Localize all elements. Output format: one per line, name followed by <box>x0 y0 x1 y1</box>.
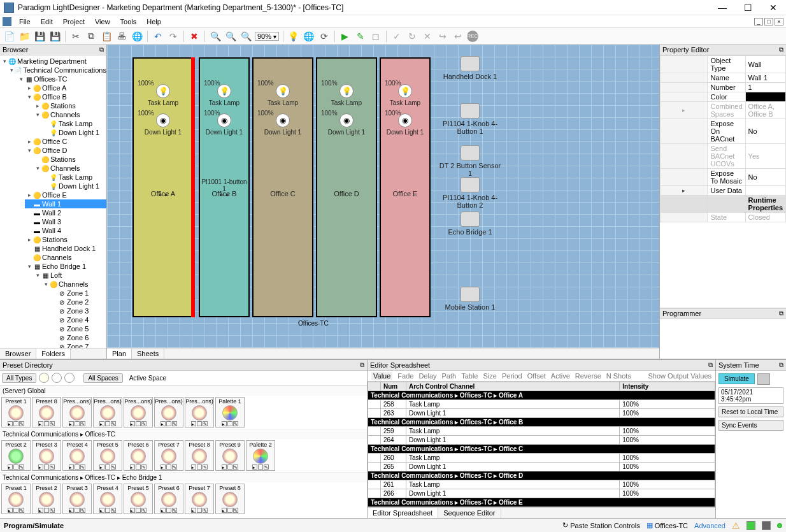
all-spaces-button[interactable]: All Spaces <box>83 373 122 383</box>
preset-filter-icon-1[interactable] <box>39 373 49 383</box>
preset-play-icon[interactable]: ▸ <box>161 464 166 470</box>
preset-play-icon[interactable]: ▸ <box>222 508 227 513</box>
new-icon[interactable]: 📄 <box>3 30 15 43</box>
preset-play-icon[interactable]: ▸ <box>191 508 196 513</box>
tree-node[interactable]: ▸🟡Stations <box>33 101 106 110</box>
tree-node[interactable]: ▾🟡Channels <box>33 164 106 173</box>
zoom-out-icon[interactable]: 🔍 <box>209 30 222 43</box>
ss-tab[interactable]: Offset <box>527 372 546 380</box>
preset-play-icon[interactable]: ▸ <box>99 421 104 426</box>
maximize-button[interactable]: ☐ <box>739 3 757 13</box>
copy-icon[interactable]: ⧉ <box>85 30 97 43</box>
canvas-device[interactable]: Echo Bridge 1 <box>438 212 502 236</box>
mdi-close-button[interactable]: × <box>775 18 783 25</box>
redo-icon[interactable]: ↷ <box>167 30 180 43</box>
property-row[interactable]: Expose On BACnetNo <box>661 119 786 144</box>
tab-folders[interactable]: Folders <box>36 349 71 359</box>
tab-sheets[interactable]: Sheets <box>132 349 164 359</box>
tree-node[interactable]: ▸🟡Office C <box>25 137 106 146</box>
preset-tile[interactable]: Palette 2▸✎ <box>246 440 275 471</box>
tree-node[interactable]: ▬Wall 3 <box>25 217 106 226</box>
tree-node[interactable]: ⊘Zone 5 <box>50 324 106 333</box>
preset-tile[interactable]: Preset 6▸✎ <box>154 484 183 514</box>
tab-sequence-editor[interactable]: Sequence Editor <box>438 508 501 518</box>
canvas-device[interactable]: PI1104 1-Knob 4-Button 2 <box>438 177 502 209</box>
ss-data-row[interactable]: 265Down Light 1100% <box>368 463 715 471</box>
preset-edit-icon[interactable]: ✎ <box>203 508 208 513</box>
tree-node[interactable]: ▬Wall 1 <box>25 199 106 208</box>
tree-node[interactable]: ▾▦Offices-TC <box>17 75 106 83</box>
preset-check-icon[interactable] <box>75 508 80 513</box>
preset-edit-icon[interactable]: ✎ <box>19 508 24 513</box>
tree-node[interactable]: ▾📄Technical Communications <box>8 66 106 75</box>
edit-icon[interactable]: ✎ <box>354 30 367 43</box>
canvas-device[interactable]: Mobile Station 1 <box>438 287 502 311</box>
preset-tile[interactable]: Preset 4▸✎ <box>93 484 122 514</box>
preset-tile[interactable]: Preset 7▸✎ <box>154 440 183 471</box>
preset-play-icon[interactable]: ▸ <box>38 421 43 426</box>
preset-tile[interactable]: Pres...ons)▸✎ <box>62 397 92 428</box>
tree-node[interactable]: 🟡Channels <box>25 253 106 262</box>
preset-edit-icon[interactable]: ✎ <box>172 508 177 513</box>
cut-icon[interactable]: ✂ <box>69 30 82 43</box>
preset-play-icon[interactable]: ▸ <box>8 508 13 513</box>
preset-play-icon[interactable]: ▸ <box>191 464 196 470</box>
tab-editor-spreadsheet[interactable]: Editor Spreadsheet <box>368 508 438 518</box>
preset-check-icon[interactable] <box>166 464 171 470</box>
preset-play-icon[interactable]: ▸ <box>161 421 166 426</box>
zoom-fit-icon[interactable]: 🔍 <box>239 30 252 43</box>
preset-edit-icon[interactable]: ✎ <box>50 464 55 470</box>
preset-edit-icon[interactable]: ✎ <box>111 421 116 426</box>
preset-play-icon[interactable]: ▸ <box>222 464 227 470</box>
simulate-button[interactable]: Simulate <box>718 373 755 384</box>
preset-tile[interactable]: Preset 8▸✎ <box>185 440 214 471</box>
preset-tile[interactable]: Preset 3▸✎ <box>32 440 61 471</box>
preset-edit-icon[interactable]: ✎ <box>19 421 24 426</box>
zoom-in-icon[interactable]: 🔍 <box>224 30 237 43</box>
ss-tab[interactable]: N Shots <box>606 372 631 380</box>
preset-play-icon[interactable]: ▸ <box>69 464 74 470</box>
tree-node[interactable]: ⊘Zone 2 <box>50 298 106 306</box>
down-light-icon[interactable]: ◉ <box>217 113 231 127</box>
check-icon[interactable]: ✓ <box>390 30 403 43</box>
property-row[interactable]: Send BACnet UCOVsYes <box>661 144 786 169</box>
ss-tab[interactable]: Reverse <box>575 372 601 380</box>
preset-check-icon[interactable] <box>44 421 49 426</box>
preset-filter-icon-2[interactable] <box>52 373 62 383</box>
preset-check-icon[interactable] <box>105 421 110 426</box>
task-lamp-icon[interactable]: 💡 <box>276 84 290 98</box>
close-button[interactable]: ✕ <box>764 3 782 13</box>
ss-pin-icon[interactable]: ⧉ <box>708 361 713 369</box>
preset-tile[interactable]: Preset 7▸✎ <box>185 484 214 514</box>
ss-group-row[interactable]: Technical Communications ▸ Offices-TC ▸ … <box>368 498 715 507</box>
task-lamp-icon[interactable]: 💡 <box>398 84 412 98</box>
preset-filter-icon-3[interactable] <box>64 373 75 383</box>
preset-check-icon[interactable] <box>44 464 49 470</box>
browser-pin-icon[interactable]: ⧉ <box>99 46 104 54</box>
menu-edit[interactable]: Edit <box>36 18 58 25</box>
office-shape[interactable]: 100%💡Task Lamp100%◉Down Light 1Office C <box>252 57 313 317</box>
floor-plan-grid[interactable]: Offices-TC 100%💡Task Lamp100%◉Down Light… <box>107 45 659 348</box>
preset-tile[interactable]: Pres...ons)▸✎ <box>124 397 153 428</box>
tree-node[interactable]: 🟡Stations <box>33 155 106 164</box>
preset-tile[interactable]: Preset 5▸✎ <box>93 440 122 471</box>
preset-tile[interactable]: Pres...ons)▸✎ <box>185 397 214 428</box>
tree-node[interactable]: ▾🟡Channels <box>41 280 106 289</box>
tree-node[interactable]: 💡Down Light 1 <box>41 128 106 137</box>
canvas-device[interactable]: PI1104 1-Knob 4-Button 1 <box>438 103 502 135</box>
clock-icon-button[interactable] <box>757 373 770 385</box>
wall-divider-selected[interactable] <box>191 57 195 317</box>
tree-node[interactable]: 💡Down Light 1 <box>41 182 106 191</box>
warning-icon[interactable]: ⚠ <box>732 521 740 531</box>
preset-check-icon[interactable] <box>197 508 202 513</box>
systime-pin-icon[interactable]: ⧉ <box>779 361 783 369</box>
preset-edit-icon[interactable]: ✎ <box>50 508 55 513</box>
property-grid[interactable]: Object TypeWallNameWall 1Number1Color▸Co… <box>660 55 786 308</box>
preset-play-icon[interactable]: ▸ <box>38 508 43 513</box>
tree-node[interactable]: ▸🟡Office A <box>25 83 106 92</box>
preset-edit-icon[interactable]: ✎ <box>19 464 24 470</box>
advanced-link[interactable]: Advanced <box>694 522 725 529</box>
zoom-dropdown[interactable]: 90% ▾ <box>255 32 279 41</box>
ss-tab[interactable]: Size <box>483 372 496 380</box>
tab-browser[interactable]: Browser <box>0 349 36 359</box>
